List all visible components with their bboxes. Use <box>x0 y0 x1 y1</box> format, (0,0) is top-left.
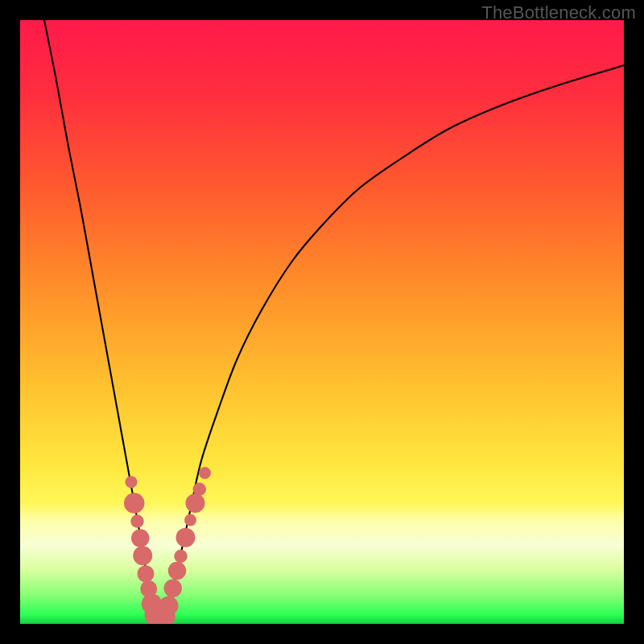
curve-layer <box>20 20 624 624</box>
marker-dot <box>130 514 144 528</box>
marker-dot <box>133 546 152 565</box>
chart-frame: TheBottleneck.com <box>0 0 644 644</box>
plot-area <box>20 20 624 624</box>
marker-dot <box>184 514 196 526</box>
marker-dot <box>124 493 145 514</box>
watermark-text: TheBottleneck.com <box>481 2 636 23</box>
marker-dot <box>199 467 211 479</box>
marker-dot <box>186 493 205 513</box>
marker-dot <box>193 483 207 496</box>
marker-dot <box>174 550 188 563</box>
marker-dot <box>131 529 150 547</box>
marker-dot <box>138 565 155 582</box>
marker-dot <box>159 597 179 616</box>
marker-dot <box>126 476 138 488</box>
marker-dot <box>176 528 196 547</box>
bottleneck-curve <box>44 20 624 623</box>
marker-layer <box>124 467 211 624</box>
marker-dot <box>164 580 183 598</box>
marker-dot <box>168 562 187 580</box>
